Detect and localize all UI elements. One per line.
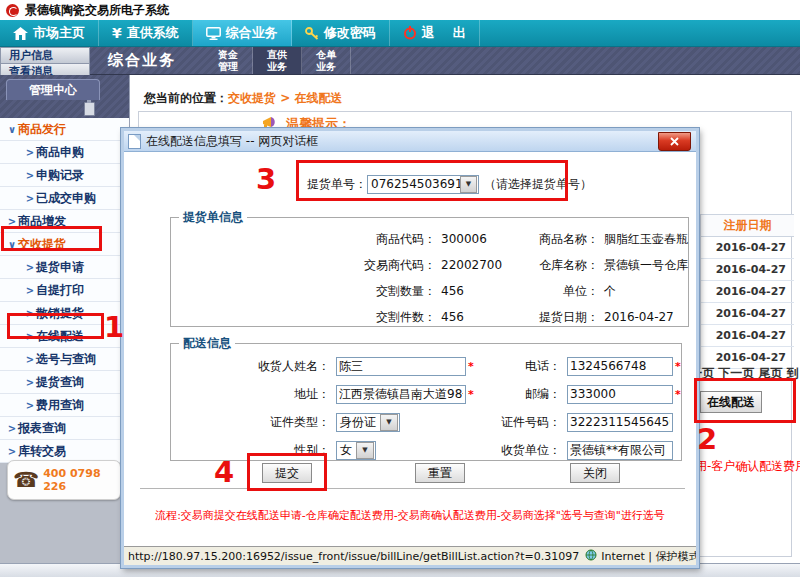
breadcrumb-label: 您当前的位置： <box>144 91 228 105</box>
close-icon[interactable] <box>658 132 691 151</box>
main-nav: 市场主页 ¥ 直供系统 综合业务 修改密码 退 出 <box>0 20 800 47</box>
delivery-row: 地址： * 邮编： * <box>171 380 681 408</box>
chevron-right-icon: > <box>24 285 36 296</box>
clipboard-icon <box>84 102 95 116</box>
chevron-right-icon: > <box>6 446 18 457</box>
app-title: 景德镇陶瓷交易所电子系统 <box>25 2 169 19</box>
home-icon <box>13 27 28 40</box>
app-logo-icon <box>6 4 19 17</box>
required-mark: * <box>675 388 681 401</box>
chevron-right-icon: > <box>6 423 18 434</box>
window-titlebar: 景德镇陶瓷交易所电子系统 <box>0 0 800 20</box>
chevron-right-icon: > <box>24 308 36 319</box>
delivery-info-fieldset: 配送信息 收货人姓名： * 电话： * 地址： * 邮编： * 证件类型： 身份… <box>170 335 682 461</box>
sidebar-item-fee-query[interactable]: >费用查询 <box>0 394 129 417</box>
breadcrumb-path[interactable]: 交收提货 > 在线配送 <box>228 91 342 105</box>
phone-field[interactable] <box>567 357 673 376</box>
sidebar-item-delivery-query[interactable]: >提货查询 <box>0 371 129 394</box>
bill-info-legend: 提货单信息 <box>179 209 247 226</box>
key-icon <box>305 27 319 40</box>
subtab-funds-management[interactable]: 资金 管理 <box>204 47 253 74</box>
sidebar-item-delivery-apply[interactable]: >提货申请 <box>0 256 129 279</box>
app-window: 景德镇陶瓷交易所电子系统 市场主页 ¥ 直供系统 综合业务 修改密码 退 出 用… <box>0 0 800 577</box>
bill-info-fieldset: 提货单信息 商品代码：300006 商品名称：胭脂红玉壶春瓶 交易商代码：220… <box>170 209 689 327</box>
status-zone-text: Internet | 保护模式: 禁用 <box>601 549 696 564</box>
reset-button[interactable]: 重置 <box>415 463 465 483</box>
sidebar-item-completed-purchase[interactable]: >已成交申购 <box>0 187 129 210</box>
table-row: 2016-04-27 <box>701 237 794 259</box>
dropdown-arrow-icon[interactable]: ▼ <box>380 414 398 431</box>
chevron-right-icon: > <box>24 193 36 204</box>
hotline-number: 400 0798 226 <box>43 467 120 493</box>
sidebar-item-number-select-query[interactable]: >选号与查询 <box>0 348 129 371</box>
bill-info-row: 交割件数：456 提货日期：2016-04-27 <box>171 304 688 330</box>
dropdown-arrow-icon[interactable]: ▼ <box>460 176 477 193</box>
nav-item-integrated-business[interactable]: 综合业务 <box>193 20 292 46</box>
required-mark: * <box>468 360 474 373</box>
table-row: 2016-04-27 <box>701 259 794 281</box>
gender-select[interactable]: 女▼ <box>336 441 376 460</box>
sidebar-item-report-query[interactable]: >报表查询 <box>0 417 129 440</box>
globe-icon <box>585 549 597 564</box>
section-title: 综合业务 <box>108 47 176 74</box>
receiver-name-field[interactable] <box>336 357 466 376</box>
records-table-header: 注册日期 <box>701 215 794 237</box>
dialog-title: 在线配送信息填写 -- 网页对话框 <box>146 133 318 150</box>
dialog-titlebar[interactable]: 在线配送信息填写 -- 网页对话框 <box>124 131 696 152</box>
zip-field[interactable] <box>567 385 673 404</box>
nav-item-market-home[interactable]: 市场主页 <box>0 20 99 46</box>
sidebar-item-additional-issue[interactable]: >商品增发 <box>0 210 129 233</box>
sidebar: 管理中心 ∨商品发行 >商品申购 >申购记录 >已成交申购 >商品增发 ∨交收提… <box>0 75 130 563</box>
receiver-company-field[interactable] <box>567 441 673 460</box>
bill-number-hint: （请选择提货单号） <box>484 176 592 193</box>
nav-item-change-password[interactable]: 修改密码 <box>292 20 390 46</box>
subtab-warehouse-receipt-business[interactable]: 仓单 业务 <box>302 47 351 74</box>
user-buttons: 用户信息 查看消息 <box>0 47 90 74</box>
hotline-badge: ☎ 400 0798 226 <box>7 460 121 500</box>
id-number-field[interactable] <box>567 413 673 432</box>
nav-item-label: 修改密码 <box>324 24 376 42</box>
tab-management-center[interactable]: 管理中心 <box>6 79 100 100</box>
bill-info-row: 商品代码：300006 商品名称：胭脂红玉壶春瓶 <box>171 226 688 252</box>
nav-item-label: 市场主页 <box>33 24 85 42</box>
table-row: 2016-04-27 <box>701 303 794 325</box>
sidebar-item-online-delivery[interactable]: >在线配送 <box>0 325 129 348</box>
nav-item-logout[interactable]: 退 出 <box>390 20 480 46</box>
address-field[interactable] <box>336 385 466 404</box>
user-info-button[interactable]: 用户信息 <box>0 47 90 63</box>
dialog-body: 提货单号： 076254503691 ▼ （请选择提货单号） 提货单信息 商品代… <box>124 152 696 546</box>
power-icon <box>403 26 417 40</box>
sidebar-item-delivery[interactable]: ∨交收提货 <box>0 233 129 256</box>
chevron-right-icon: > <box>24 400 36 411</box>
status-url: http://180.97.15.200:16952/issue_front/i… <box>128 550 579 563</box>
sidebar-item-product-purchase[interactable]: >商品申购 <box>0 141 129 164</box>
delivery-row: 收货人姓名： * 电话： * <box>171 352 681 380</box>
table-row: 2016-04-27 <box>701 325 794 347</box>
sub-tabs: 资金 管理 直供 业务 仓单 业务 <box>204 47 351 74</box>
sidebar-item-self-pickup-print[interactable]: >自提打印 <box>0 279 129 302</box>
sidebar-item-product-issue[interactable]: ∨商品发行 <box>0 118 129 141</box>
page-icon <box>128 134 141 149</box>
close-button[interactable]: 关闭 <box>570 463 620 483</box>
background-flow-text: 费用-客户确认配送费用-选 <box>683 458 800 475</box>
chevron-down-icon: ∨ <box>6 124 18 135</box>
divider <box>140 488 685 489</box>
online-delivery-dialog: 在线配送信息填写 -- 网页对话框 提货单号： 076254503691 ▼ （… <box>121 128 699 568</box>
bill-number-select[interactable]: 076254503691 ▼ <box>367 175 479 194</box>
dialog-buttons: 提交 重置 关闭 <box>124 463 696 483</box>
sidebar-item-purchase-records[interactable]: >申购记录 <box>0 164 129 187</box>
submit-button[interactable]: 提交 <box>262 463 312 483</box>
chevron-down-icon: ∨ <box>6 239 18 250</box>
dropdown-arrow-icon[interactable]: ▼ <box>356 442 374 459</box>
subtab-direct-supply-business[interactable]: 直供 业务 <box>253 47 302 74</box>
required-mark: * <box>675 360 681 373</box>
monitor-icon <box>206 27 221 40</box>
nav-item-label: 退 出 <box>422 24 466 42</box>
bill-number-label: 提货单号： <box>307 176 367 193</box>
nav-item-direct-supply[interactable]: ¥ 直供系统 <box>99 20 193 46</box>
sub-nav: 用户信息 查看消息 综合业务 资金 管理 直供 业务 仓单 业务 <box>0 47 800 75</box>
chevron-right-icon: > <box>6 216 18 227</box>
id-type-select[interactable]: 身份证▼ <box>336 413 400 432</box>
sidebar-item-retail-delivery[interactable]: >散销提货 <box>0 302 129 325</box>
online-delivery-button[interactable]: 在线配送 <box>700 391 762 413</box>
